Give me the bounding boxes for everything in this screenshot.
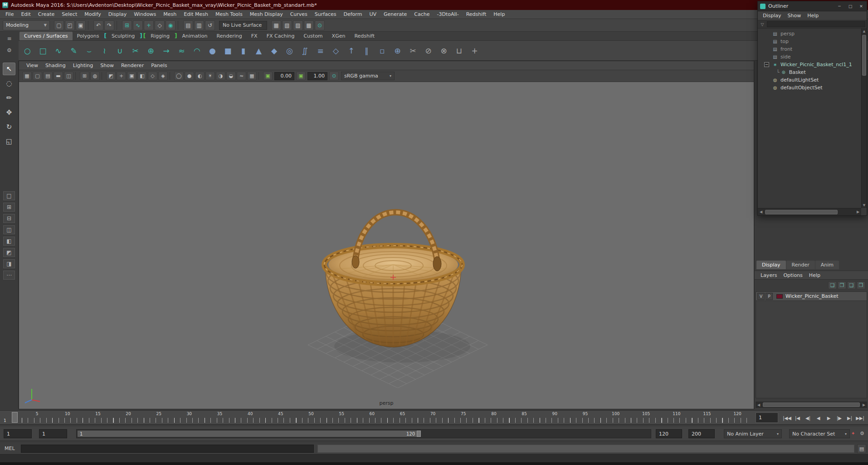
menu-create[interactable]: Create xyxy=(34,10,59,18)
boundary-icon[interactable]: ▫ xyxy=(375,44,389,58)
layer-list-hscrollbar[interactable]: ◀ ▶ xyxy=(756,402,867,408)
snap-to-view-plane-icon[interactable]: ◇ xyxy=(155,20,165,30)
panel-toolbar-icon[interactable] xyxy=(258,72,261,80)
nurbs-cube-icon[interactable]: ■ xyxy=(221,44,235,58)
attach-surfaces-icon[interactable]: ⊔ xyxy=(452,44,466,58)
snap-to-point-icon[interactable]: + xyxy=(144,20,154,30)
gamma-field[interactable]: 1.00 xyxy=(307,72,327,80)
menu-generate[interactable]: Generate xyxy=(380,10,410,18)
toolbar-icon[interactable] xyxy=(178,21,181,30)
shadows-icon[interactable]: ◑ xyxy=(216,72,225,80)
revolve-icon[interactable]: ∬ xyxy=(298,44,312,58)
filter-icon[interactable]: ▽ xyxy=(759,22,766,27)
lock-camera-icon[interactable]: ▢ xyxy=(33,72,42,80)
outliner-search-input[interactable] xyxy=(767,21,865,27)
pencil-curve-tool-icon[interactable]: ✎ xyxy=(67,44,81,58)
panel-menu-shading[interactable]: Shading xyxy=(42,62,69,69)
multisample-icon[interactable]: ▦ xyxy=(247,72,257,80)
expand-toggle-icon[interactable] xyxy=(764,85,769,90)
animation-preferences-icon[interactable]: ⚙ xyxy=(858,429,866,437)
menu-cache[interactable]: Cache xyxy=(410,10,433,18)
birail-icon[interactable]: ∥ xyxy=(360,44,374,58)
select-camera-icon[interactable]: ▦ xyxy=(22,72,32,80)
snap-to-curve-icon[interactable]: ∿ xyxy=(133,20,143,30)
two-d-pan-zoom-icon[interactable]: ⊞ xyxy=(80,72,89,80)
safe-title-icon[interactable]: ◈ xyxy=(158,72,168,80)
loft-icon[interactable]: ≡ xyxy=(313,44,327,58)
outliner-menu-help[interactable]: Help xyxy=(804,12,822,19)
outliner-item-front[interactable]: ▤ front xyxy=(758,45,861,53)
ep-curve-tool-icon[interactable]: ∿ xyxy=(51,44,65,58)
wireframe-icon[interactable]: ◯ xyxy=(174,72,184,80)
layout-single-pane[interactable]: □ xyxy=(3,191,15,200)
layer-move-down-icon[interactable]: ❐ xyxy=(838,281,846,289)
safe-action-icon[interactable]: ◇ xyxy=(148,72,157,80)
minimize-button[interactable]: ─ xyxy=(834,3,845,10)
playback-range-bar[interactable]: 1 120 xyxy=(78,431,421,437)
shelf-tab-rigging[interactable]: Rigging xyxy=(146,32,174,40)
attach-curves-icon[interactable]: ∪ xyxy=(113,44,127,58)
shelf-tab-redshift[interactable]: Redshift xyxy=(350,32,379,40)
textured-icon[interactable]: ◐ xyxy=(195,72,205,80)
playback-start-field[interactable]: 1 xyxy=(39,429,67,438)
scrollbar-thumb[interactable] xyxy=(765,210,838,214)
nurbs-circle-icon[interactable]: ○ xyxy=(20,44,34,58)
layer-menu-help[interactable]: Help xyxy=(806,271,824,279)
shelf-tab-fx-caching[interactable]: FX Caching xyxy=(262,32,299,40)
panel-toolbar-icon[interactable] xyxy=(75,72,78,80)
maximize-button[interactable]: □ xyxy=(845,3,856,10)
shelf-tab-menu-icon[interactable]: ≡ xyxy=(5,34,14,43)
panel-menu-lighting[interactable]: Lighting xyxy=(69,62,97,69)
command-line-input[interactable] xyxy=(21,445,314,453)
input-connections-icon[interactable]: ▤ xyxy=(183,20,193,30)
anim-layer-dropdown[interactable]: No Anim Layer ▾ xyxy=(724,429,782,438)
shelf-tab-xgen[interactable]: XGen xyxy=(327,32,350,40)
animation-end-field[interactable]: 200 xyxy=(688,429,715,438)
construction-history-icon[interactable]: ↺ xyxy=(205,20,215,30)
step-back-key-button[interactable]: |◀ xyxy=(792,412,803,423)
toolbar-icon[interactable] xyxy=(117,21,120,30)
step-forward-key-button[interactable]: ▶| xyxy=(844,412,855,423)
shelf-tab-animation[interactable]: Animation xyxy=(177,32,212,40)
scroll-left-icon[interactable]: ◀ xyxy=(756,402,762,408)
curve-fillet-icon[interactable]: ◠ xyxy=(190,44,204,58)
tab-display[interactable]: Display xyxy=(756,261,786,269)
layer-color-swatch[interactable] xyxy=(776,294,783,299)
tab-anim[interactable]: Anim xyxy=(815,261,839,269)
layer-visibility-toggle[interactable]: V xyxy=(757,293,765,300)
nurbs-torus-icon[interactable]: ◎ xyxy=(283,44,297,58)
menu-edit[interactable]: Edit xyxy=(17,10,34,18)
insert-knot-icon[interactable]: ⊕ xyxy=(144,44,158,58)
step-back-frame-button[interactable]: ◀| xyxy=(803,412,813,423)
add-points-tool-icon[interactable]: ≀ xyxy=(98,44,112,58)
auto-keyframe-icon[interactable]: ✦ xyxy=(849,429,857,437)
create-empty-layer-icon[interactable]: ❑ xyxy=(847,281,856,289)
shelf-bracket[interactable]: ] xyxy=(174,31,177,40)
outliner-vscrollbar[interactable]: ▲ ▼ xyxy=(861,29,867,208)
menu-modify[interactable]: Modify xyxy=(81,10,104,18)
trim-tool-icon[interactable]: ✂ xyxy=(406,44,420,58)
layout-two-pane-stacked[interactable]: ⊟ xyxy=(3,214,15,223)
selection-mask-object-icon[interactable]: ▧ xyxy=(282,20,292,30)
menu-windows[interactable]: Windows xyxy=(130,10,160,18)
expand-toggle-icon[interactable] xyxy=(764,78,769,82)
outliner-item-side[interactable]: ▤ side xyxy=(758,53,861,61)
layout-three-pane-left[interactable]: ◩ xyxy=(3,248,15,257)
save-scene-icon[interactable]: ▣ xyxy=(76,20,86,30)
nurbs-plane-icon[interactable]: ◆ xyxy=(267,44,281,58)
menu-deform[interactable]: Deform xyxy=(340,10,366,18)
layout-two-pane-side[interactable]: ◫ xyxy=(3,225,15,234)
expand-toggle-icon[interactable] xyxy=(764,54,769,59)
scroll-down-icon[interactable]: ▼ xyxy=(862,203,867,208)
outliner-item-default-light-set[interactable]: ◍ defaultLightSet xyxy=(758,76,861,84)
shelf-tab-rendering[interactable]: Rendering xyxy=(212,32,247,40)
menu-display[interactable]: Display xyxy=(105,10,131,18)
scroll-right-icon[interactable]: ▶ xyxy=(861,402,867,408)
timeline-ruler[interactable] xyxy=(22,418,753,423)
close-button[interactable]: ✕ xyxy=(856,3,867,10)
planar-icon[interactable]: ◇ xyxy=(329,44,343,58)
panel-menu-show[interactable]: Show xyxy=(97,62,117,69)
nurbs-cone-icon[interactable]: ▲ xyxy=(252,44,266,58)
selection-mask-hierarchy-icon[interactable]: ▦ xyxy=(271,20,281,30)
toolbar-icon[interactable] xyxy=(88,21,91,30)
